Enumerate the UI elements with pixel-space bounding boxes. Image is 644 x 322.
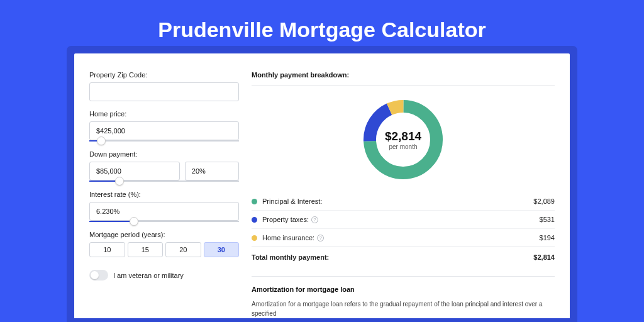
period-group: Mortgage period (years): 10 15 20 30 bbox=[89, 231, 239, 257]
donut-chart: $2,814 per month bbox=[359, 96, 447, 184]
info-icon[interactable]: ? bbox=[311, 216, 318, 223]
down-payment-group: Down payment: bbox=[89, 150, 239, 182]
period-label: Mortgage period (years): bbox=[89, 231, 239, 238]
legend-label: Property taxes: ? bbox=[262, 216, 540, 223]
legend-value: $531 bbox=[540, 216, 555, 223]
dot-icon bbox=[252, 235, 257, 241]
down-payment-input[interactable] bbox=[89, 162, 180, 180]
donut-chart-wrap: $2,814 per month bbox=[252, 93, 555, 192]
veteran-toggle[interactable] bbox=[89, 270, 108, 280]
donut-sub: per month bbox=[389, 143, 417, 150]
dot-icon bbox=[252, 217, 257, 223]
legend-label: Principal & Interest: bbox=[262, 197, 533, 205]
total-label: Total monthly payment: bbox=[252, 253, 533, 261]
interest-slider[interactable] bbox=[89, 221, 239, 222]
total-value: $2,814 bbox=[533, 253, 555, 261]
zip-label: Property Zip Code: bbox=[89, 71, 239, 79]
breakdown-panel: Monthly payment breakdown: $2,814 per mo… bbox=[252, 71, 555, 318]
slider-thumb[interactable] bbox=[97, 136, 106, 145]
period-btn-10[interactable]: 10 bbox=[89, 242, 125, 257]
input-panel: Property Zip Code: Home price: Down paym… bbox=[89, 71, 239, 318]
dot-icon bbox=[252, 199, 257, 204]
home-price-group: Home price: bbox=[89, 110, 239, 142]
calculator-card: Property Zip Code: Home price: Down paym… bbox=[74, 53, 570, 318]
zip-group: Property Zip Code: bbox=[89, 71, 239, 101]
home-price-label: Home price: bbox=[89, 110, 239, 118]
home-price-slider[interactable] bbox=[89, 140, 239, 142]
period-row: 10 15 20 30 bbox=[89, 242, 239, 257]
legend-label: Home insurance: ? bbox=[262, 234, 540, 242]
zip-input[interactable] bbox=[89, 82, 239, 101]
slider-thumb[interactable] bbox=[115, 177, 124, 186]
total-row: Total monthly payment: $2,814 bbox=[252, 247, 555, 267]
legend-row-insurance: Home insurance: ? $194 bbox=[252, 229, 555, 247]
page-title: Prudenville Mortgage Calculator bbox=[0, 0, 644, 53]
amortization-text: Amortization for a mortgage loan refers … bbox=[252, 299, 555, 318]
info-icon[interactable]: ? bbox=[317, 235, 324, 242]
breakdown-header: Monthly payment breakdown: bbox=[252, 71, 555, 86]
down-payment-label: Down payment: bbox=[89, 150, 239, 158]
home-price-input[interactable] bbox=[89, 121, 239, 140]
veteran-label: I am veteran or military bbox=[113, 272, 184, 279]
interest-input[interactable] bbox=[89, 202, 239, 221]
veteran-row: I am veteran or military bbox=[89, 270, 239, 280]
period-btn-15[interactable]: 15 bbox=[128, 242, 164, 257]
slider-thumb[interactable] bbox=[130, 217, 138, 226]
amortization-header: Amortization for mortgage loan bbox=[252, 286, 555, 293]
interest-group: Interest rate (%): bbox=[89, 191, 239, 222]
amortization-section: Amortization for mortgage loan Amortizat… bbox=[252, 276, 555, 318]
period-btn-30[interactable]: 30 bbox=[204, 242, 240, 257]
period-btn-20[interactable]: 20 bbox=[165, 242, 201, 257]
legend-row-taxes: Property taxes: ? $531 bbox=[252, 211, 555, 229]
legend-value: $194 bbox=[540, 234, 555, 242]
interest-label: Interest rate (%): bbox=[89, 191, 239, 198]
down-payment-slider[interactable] bbox=[89, 180, 239, 182]
legend-value: $2,089 bbox=[533, 197, 555, 205]
legend-row-principal: Principal & Interest: $2,089 bbox=[252, 192, 555, 211]
toggle-knob bbox=[91, 271, 99, 279]
down-payment-pct-input[interactable] bbox=[185, 162, 239, 180]
donut-amount: $2,814 bbox=[385, 130, 421, 143]
donut-center: $2,814 per month bbox=[359, 96, 447, 184]
